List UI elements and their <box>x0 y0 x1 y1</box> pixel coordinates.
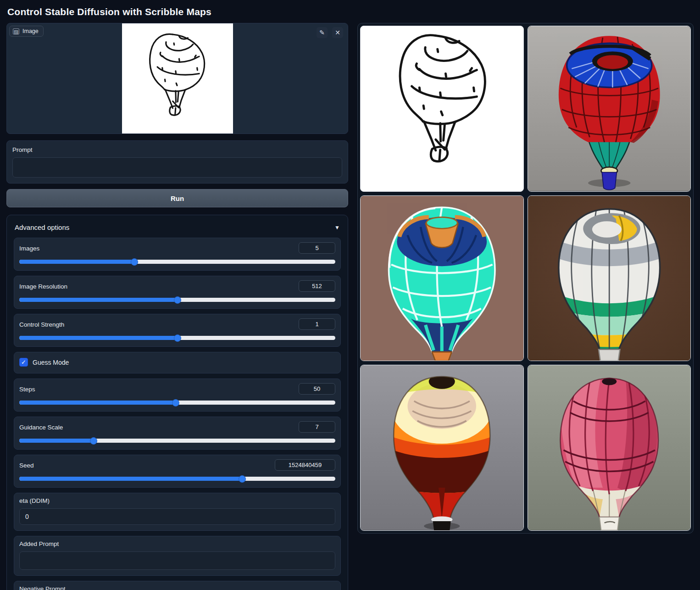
scribble-drawing <box>122 23 233 134</box>
eta-ddim-input[interactable] <box>19 508 335 525</box>
advanced-options-accordion: Advanced options ▼ Images 5 Im <box>6 215 348 590</box>
image-label: Image <box>22 28 39 34</box>
slider-card-steps: Steps 50 <box>14 378 341 412</box>
clear-image-button[interactable]: ✕ <box>332 27 343 38</box>
image-resolution-slider[interactable] <box>19 298 335 302</box>
image-resolution-slider-handle[interactable] <box>174 296 181 304</box>
images-slider[interactable] <box>19 260 335 264</box>
added-prompt-card: Added Prompt <box>14 536 341 576</box>
guess-mode-label: Guess Mode <box>33 359 69 366</box>
gallery-item-teal-balloon[interactable] <box>360 195 524 362</box>
control-strength-slider-handle[interactable] <box>174 334 181 342</box>
gallery-item-orange-balloon[interactable] <box>360 365 524 531</box>
gallery-item-red-balloon[interactable] <box>528 26 691 192</box>
prompt-input[interactable] <box>12 157 342 178</box>
images-slider-label: Images <box>19 244 39 252</box>
advanced-options-title: Advanced options <box>15 223 69 231</box>
control-strength-slider[interactable] <box>19 336 335 340</box>
steps-slider[interactable] <box>19 401 335 405</box>
close-icon: ✕ <box>335 29 340 36</box>
advanced-options-header[interactable]: Advanced options ▼ <box>14 221 341 233</box>
slider-card-guidance-scale: Guidance Scale 7 <box>14 417 341 450</box>
guidance-scale-slider[interactable] <box>19 439 335 443</box>
guidance-scale-slider-handle[interactable] <box>90 437 97 445</box>
gallery-item-white-green-balloon[interactable] <box>528 195 691 362</box>
guidance-scale-slider-label: Guidance Scale <box>19 423 63 431</box>
gallery-item-pink-balloon[interactable] <box>528 365 691 531</box>
prompt-label: Prompt <box>12 146 342 153</box>
seed-slider[interactable] <box>19 477 335 481</box>
added-prompt-label: Added Prompt <box>19 540 335 547</box>
guidance-scale-number-input[interactable]: 7 <box>299 421 335 433</box>
app-root: Control Stable Diffusion with Scribble M… <box>0 0 700 590</box>
edit-image-button[interactable]: ✎ <box>317 27 328 38</box>
gallery-image-orange-balloon <box>361 365 523 530</box>
gallery-image-pink-balloon <box>528 365 691 530</box>
slider-card-seed: Seed 1524840459 <box>14 455 341 488</box>
slider-card-images: Images 5 <box>14 238 341 271</box>
negative-prompt-card: Negative Prompt <box>14 581 341 590</box>
seed-number-input[interactable]: 1524840459 <box>275 459 335 471</box>
steps-slider-label: Steps <box>19 385 35 393</box>
prompt-block: Prompt <box>6 140 348 184</box>
image-resolution-number-input[interactable]: 512 <box>299 280 335 292</box>
eta-ddim-label: eta (DDIM) <box>19 497 335 504</box>
pencil-icon: ✎ <box>319 29 325 36</box>
run-button[interactable]: Run <box>6 189 348 207</box>
input-image-component[interactable]: ▨ Image ✎ ✕ <box>6 23 348 134</box>
steps-number-input[interactable]: 50 <box>299 383 335 395</box>
gallery-item-scribble[interactable] <box>360 26 524 192</box>
guess-mode-card: ✓ Guess Mode <box>14 352 341 373</box>
eta-ddim-card: eta (DDIM) <box>14 493 341 531</box>
negative-prompt-label: Negative Prompt <box>19 585 335 590</box>
gallery-image-teal-balloon <box>361 196 523 361</box>
checkmark-icon: ✓ <box>21 359 26 366</box>
slider-card-control-strength: Control Strength 1 <box>14 314 341 347</box>
seed-slider-handle[interactable] <box>239 475 246 483</box>
caret-down-icon: ▼ <box>334 224 340 231</box>
seed-slider-label: Seed <box>19 461 34 469</box>
guess-mode-checkbox[interactable]: ✓ <box>19 358 28 367</box>
slider-card-image-resolution: Image Resolution 512 <box>14 276 341 309</box>
page-title: Control Stable Diffusion with Scribble M… <box>6 5 694 23</box>
gallery-image-white-green-balloon <box>528 196 691 361</box>
result-gallery <box>357 23 694 534</box>
gallery-image-scribble <box>361 26 523 191</box>
images-number-input[interactable]: 5 <box>299 242 335 254</box>
input-image-preview[interactable] <box>122 23 233 134</box>
guess-mode-row[interactable]: ✓ Guess Mode <box>19 356 335 367</box>
image-resolution-slider-label: Image Resolution <box>19 282 67 290</box>
control-strength-slider-label: Control Strength <box>19 320 64 328</box>
image-label-chip: ▨ Image <box>9 26 44 37</box>
control-strength-number-input[interactable]: 1 <box>299 318 335 330</box>
steps-slider-handle[interactable] <box>172 399 179 406</box>
gallery-image-red-balloon <box>528 26 691 191</box>
added-prompt-input[interactable] <box>19 551 335 570</box>
image-icon: ▨ <box>13 28 19 34</box>
images-slider-handle[interactable] <box>131 258 138 266</box>
